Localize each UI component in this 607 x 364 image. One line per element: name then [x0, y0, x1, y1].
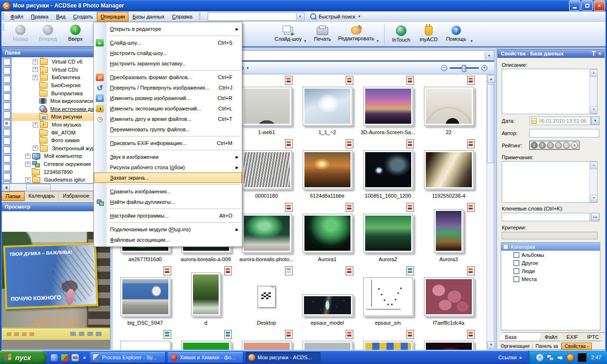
rating-5-button[interactable]: 5: [563, 142, 570, 149]
scroll-up-icon[interactable]: ▲: [590, 69, 598, 77]
menu-item[interactable]: Настроить слайд-шоу...: [94, 48, 242, 58]
thumbnail-cell[interactable]: Aurora2: [358, 202, 418, 266]
menu-item[interactable]: Изменить дату и время файлов...Ctrl+T: [94, 114, 242, 124]
rating-3-button[interactable]: 3: [547, 142, 554, 149]
folder-checkbox[interactable]: [3, 111, 10, 118]
zoom-slider-thumb[interactable]: [462, 65, 466, 72]
rating-2-button[interactable]: 2: [539, 142, 546, 149]
taskbar-task[interactable]: Мои рисунки - ACDS...: [246, 352, 321, 363]
properties-tab-База данных[interactable]: База данных: [499, 332, 542, 341]
edit-dropdown-icon[interactable]: ▼: [376, 39, 379, 43]
folder-checkbox[interactable]: [3, 93, 10, 100]
start-button[interactable]: пуск: [0, 351, 46, 364]
expand-icon[interactable]: +: [33, 75, 38, 80]
category-checkbox[interactable]: [514, 268, 519, 274]
links-more-icon[interactable]: »: [519, 355, 522, 360]
panel-close-icon[interactable]: ×: [598, 51, 601, 56]
rating-4-button[interactable]: 4: [555, 142, 562, 149]
thumbnail-cell[interactable]: 00001180: [236, 139, 297, 202]
taskbar-task[interactable]: Химия и Химики - фо...: [168, 352, 243, 363]
thumbnail-cell[interactable]: 100851_1600_1200: [358, 139, 418, 202]
menu-item[interactable]: Присвоить EXIF информацию...Ctrl+M: [94, 138, 242, 148]
thumbnail-cell[interactable]: f7aef8c1dc4a: [418, 266, 479, 329]
help-dropdown-icon[interactable]: ▼: [470, 39, 473, 43]
menu-item[interactable]: Изменить экспозицию изображений...Ctrl+L: [94, 103, 242, 114]
links-toolbar[interactable]: Ссылки »: [498, 355, 528, 360]
scroll-down-icon[interactable]: ▼: [590, 195, 598, 202]
myacd-button[interactable]: myACD: [415, 24, 442, 47]
folder-checkbox[interactable]: [3, 129, 10, 136]
menu-item[interactable]: Найти файлы-дупликаты...: [94, 197, 242, 207]
category-item[interactable]: Альбомы: [501, 251, 600, 259]
launcher-2-icon[interactable]: [61, 354, 68, 361]
thumbnail-cell[interactable]: d: [175, 266, 236, 329]
thumbnail-cell[interactable]: Aurora1: [297, 202, 358, 266]
notes-textarea[interactable]: ▲ ▼: [502, 161, 598, 203]
quick-search-button[interactable]: Быстрый поиск ▼: [310, 13, 361, 19]
thumbnail-cell[interactable]: 3D-Aurora-Screen-Sa...: [358, 75, 418, 139]
network-tray-icon[interactable]: [547, 355, 554, 361]
expand-icon[interactable]: +: [25, 162, 30, 167]
menubar-item[interactable]: Вид: [52, 12, 69, 21]
scroll-up-icon[interactable]: ▲: [590, 162, 598, 169]
category-item[interactable]: Люди: [501, 267, 600, 275]
author-field[interactable]: [529, 129, 599, 137]
scroll-left-icon[interactable]: ◀: [2, 184, 10, 191]
panel-button[interactable]: Свойства -: [561, 343, 592, 350]
folder-checkbox[interactable]: [3, 173, 10, 180]
keywords-more-button[interactable]: ...: [591, 213, 599, 221]
thumbnail-cell[interactable]: Aurora3: [418, 202, 479, 266]
thumbnail-cell[interactable]: 1192550238-4: [418, 139, 479, 202]
thumbnail-cell[interactable]: 22: [418, 75, 479, 139]
folder-checkbox[interactable]: [3, 137, 10, 145]
expand-icon[interactable]: +: [33, 122, 38, 127]
expand-icon[interactable]: +: [25, 154, 30, 159]
menu-item[interactable]: Изменить размер изображений...Ctrl+R: [94, 93, 242, 103]
scroll-up-icon[interactable]: ▲: [487, 75, 495, 83]
collapse-icon[interactable]: −: [503, 244, 508, 249]
panel-button[interactable]: Организация: [498, 343, 533, 349]
date-field[interactable]: 06.01.2010 13:51:06: [529, 117, 591, 125]
thumbnail-cell[interactable]: aurora-borealis-photo...: [236, 202, 297, 266]
thumbnail-cell[interactable]: [175, 329, 236, 350]
scrollbar-thumb[interactable]: [487, 84, 494, 163]
toolbar-grip[interactable]: [2, 24, 4, 31]
taskbar-task[interactable]: Process Explorer - Sy...: [90, 352, 165, 363]
zoom-out-button[interactable]: −: [441, 65, 447, 71]
menubar-item[interactable]: Правка: [27, 12, 52, 21]
menu-item[interactable]: Файловые ассоциации...: [94, 235, 242, 245]
menu-item[interactable]: Захват экрана...: [94, 173, 242, 183]
acdsee-tray-icon[interactable]: [567, 354, 574, 361]
combo-dropdown-icon[interactable]: ▼: [296, 13, 304, 20]
tab-Избранное[interactable]: Избранное: [59, 191, 93, 201]
menubar-item[interactable]: Операции: [97, 12, 129, 21]
category-checkbox[interactable]: [514, 252, 519, 258]
quick-search-input[interactable]: ▼: [208, 12, 304, 21]
thumbnail-cell[interactable]: big_DSC_5947: [115, 266, 175, 329]
folder-checkbox[interactable]: [3, 76, 10, 83]
category-checkbox[interactable]: [514, 276, 519, 282]
up-button[interactable]: ↑ Вверх: [62, 24, 89, 47]
scroll-down-icon[interactable]: ▼: [590, 106, 598, 114]
folder-checkbox[interactable]: [3, 67, 10, 74]
categories-root[interactable]: − Категории: [501, 243, 600, 251]
folder-checkbox[interactable]: [3, 164, 10, 171]
keywords-field[interactable]: [502, 213, 590, 221]
pin-icon[interactable]: [592, 51, 596, 56]
expand-icon[interactable]: +: [33, 59, 38, 64]
description-textarea[interactable]: ▲ ▼: [502, 69, 598, 114]
scroll-down-icon[interactable]: ▼: [487, 341, 495, 349]
toolbar-grip[interactable]: [199, 13, 201, 20]
back-button[interactable]: ← Назад: [7, 24, 34, 47]
expand-icon[interactable]: +: [25, 177, 30, 182]
tab-Календарь[interactable]: Календарь: [25, 191, 59, 201]
properties-tab-EXIF[interactable]: EXIF: [560, 332, 584, 341]
folder-checkbox[interactable]: [3, 85, 10, 92]
thumbnail-cell[interactable]: Desktop: [236, 266, 297, 329]
menubar-item[interactable]: Справка: [168, 12, 196, 21]
menu-item[interactable]: Преобразовать формат файлов...Ctrl+F: [94, 72, 242, 82]
tab-Папки[interactable]: Папки: [1, 191, 25, 201]
maximize-button[interactable]: [581, 0, 593, 11]
zoom-slider[interactable]: [450, 67, 479, 69]
thumbnail-cell[interactable]: epsaur_sm: [358, 266, 418, 329]
